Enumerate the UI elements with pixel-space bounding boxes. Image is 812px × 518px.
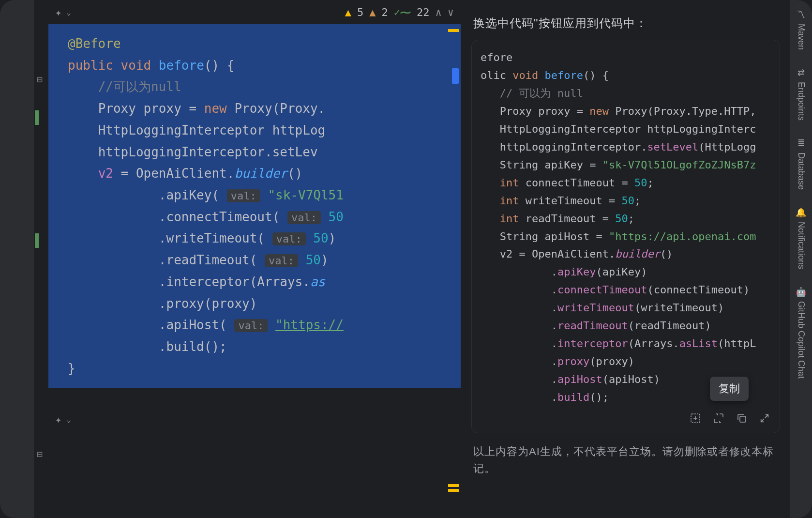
typo-icon[interactable]: ✓⁓: [394, 6, 411, 18]
warning-marker[interactable]: [448, 484, 459, 487]
nav-down-icon[interactable]: ∨: [448, 6, 454, 18]
warning-icon[interactable]: ▲: [345, 6, 351, 18]
ai-suggestion-panel: 换选中代码"按钮应用到代码中： efore olic void before()…: [461, 0, 790, 518]
sidebar-item-maven[interactable]: 〽 Maven: [796, 10, 806, 50]
warning-marker[interactable]: [448, 29, 459, 32]
database-icon: ≣: [797, 138, 805, 149]
editor-bottom-toolbar: ✦ ⌄: [48, 408, 461, 432]
endpoints-icon: ⇄: [797, 67, 805, 78]
suggestion-actions: [481, 407, 780, 426]
bell-icon: 🔔: [796, 207, 806, 218]
param-hint: val:: [265, 254, 298, 267]
sidebar-item-endpoints[interactable]: ⇄ Endpoints: [796, 67, 806, 121]
svg-rect-1: [740, 416, 746, 422]
weak-warning-count: 2: [382, 6, 388, 18]
diff-icon[interactable]: [713, 412, 724, 424]
code-editor[interactable]: ✦ ⌄ ▲5 ▲2 ✓⁓22 ∧ ∨ @Before public void b…: [48, 0, 461, 518]
selected-code[interactable]: @Before public void before() { //可以为null…: [48, 24, 461, 388]
param-hint: val:: [272, 232, 306, 245]
copy-icon[interactable]: [736, 412, 748, 424]
param-hint: val:: [227, 189, 260, 202]
warning-count: 5: [357, 6, 363, 18]
param-hint: val:: [287, 211, 321, 224]
panel-header: 换选中代码"按钮应用到代码中：: [471, 9, 790, 40]
expand-icon[interactable]: [759, 413, 770, 424]
editor-gutter: ⊟ ⊟: [0, 0, 48, 518]
ai-disclaimer: 以上内容为AI生成，不代表平台立场。请勿删除或者修改本标记。: [471, 433, 790, 481]
chevron-down-icon[interactable]: ⌄: [66, 8, 71, 17]
ai-assistant-icon[interactable]: ✦: [55, 413, 61, 426]
sidebar-item-database[interactable]: ≣ Database: [796, 138, 806, 190]
editor-top-toolbar: ✦ ⌄ ▲5 ▲2 ✓⁓22 ∧ ∨: [48, 0, 461, 24]
right-tool-sidebar: 〽 Maven ⇄ Endpoints ≣ Database 🔔 Notific…: [790, 0, 812, 518]
chevron-down-icon[interactable]: ⌄: [66, 415, 71, 424]
maven-icon: 〽: [797, 10, 805, 20]
copilot-icon: 🤖: [796, 287, 806, 297]
typo-count: 22: [417, 6, 430, 18]
sidebar-item-copilot[interactable]: 🤖 GitHub Copilot Chat: [796, 287, 806, 379]
nav-up-icon[interactable]: ∧: [436, 6, 442, 18]
weak-warning-icon[interactable]: ▲: [369, 6, 376, 18]
ai-assistant-icon[interactable]: ✦: [55, 6, 61, 18]
sidebar-item-notifications[interactable]: 🔔 Notifications: [796, 207, 806, 269]
code-suggestion: efore olic void before() { // 可以为 null P…: [471, 40, 780, 433]
insert-icon[interactable]: [690, 412, 701, 424]
copy-tooltip: 复制: [710, 377, 749, 401]
suggested-code[interactable]: efore olic void before() { // 可以为 null P…: [481, 49, 780, 407]
warning-marker[interactable]: [448, 489, 459, 492]
param-hint: val:: [234, 319, 268, 332]
scroll-handle[interactable]: [452, 68, 459, 84]
